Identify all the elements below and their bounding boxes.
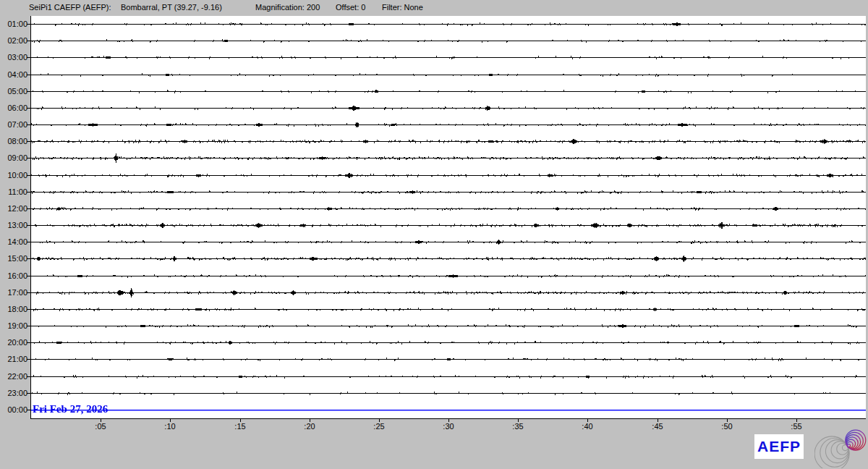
minute-label-10: :10 <box>156 423 184 431</box>
hour-label-1100: 11:00 <box>1 188 27 196</box>
magnification-label: Magnification: 200 <box>255 3 320 12</box>
hour-label-1200: 12:00 <box>1 205 27 213</box>
minute-label-25: :25 <box>365 423 393 431</box>
hour-label-1700: 17:00 <box>1 289 27 297</box>
hour-tick <box>27 124 31 125</box>
hour-tick <box>27 158 31 159</box>
hour-label-1500: 15:00 <box>1 255 27 263</box>
hour-label-2300: 23:00 <box>1 389 27 397</box>
hour-label-0000: 00:00 <box>1 406 27 414</box>
location-label: Bombarral, PT (39.27, -9.16) <box>121 3 222 12</box>
minute-label-40: :40 <box>573 423 602 431</box>
minute-label-45: :45 <box>643 423 672 431</box>
hour-label-2200: 22:00 <box>1 373 27 381</box>
hour-tick <box>27 24 31 25</box>
titlebar: SeiPi1 CAEFP (AEFP): Bombarral, PT (39.2… <box>0 0 868 15</box>
hour-label-2100: 21:00 <box>1 355 27 363</box>
hour-tick <box>27 292 31 293</box>
date-label: Fri Feb 27, 2026 <box>33 403 108 415</box>
filter-label: Filter: None <box>382 3 423 12</box>
hour-label-0100: 01:00 <box>1 20 27 28</box>
hour-tick <box>27 342 31 343</box>
hour-tick <box>27 225 31 226</box>
hour-tick <box>27 192 31 193</box>
hour-label-0300: 03:00 <box>1 54 27 62</box>
minute-label-5: :05 <box>86 423 115 431</box>
aefp-logo-text: AEFP <box>757 438 801 455</box>
hour-label-1800: 18:00 <box>1 305 27 313</box>
hour-label-0500: 05:00 <box>1 88 27 96</box>
hour-tick <box>27 393 31 394</box>
trace-canvas[interactable] <box>31 16 866 419</box>
offset-label: Offset: 0 <box>336 3 365 12</box>
hour-label-1300: 13:00 <box>1 221 27 229</box>
hour-tick <box>27 309 31 310</box>
helicorder-plot: 01:0002:0003:0004:0005:0006:0007:0008:00… <box>30 16 866 419</box>
hour-tick <box>27 41 31 41</box>
hour-tick <box>27 410 31 410</box>
minute-label-50: :50 <box>712 423 741 431</box>
hour-tick <box>27 359 31 360</box>
hour-tick <box>27 242 31 242</box>
hour-label-0700: 07:00 <box>1 121 27 129</box>
hour-tick <box>27 258 31 259</box>
minute-label-15: :15 <box>226 423 255 431</box>
hour-tick <box>27 175 31 176</box>
hour-label-0200: 02:00 <box>1 37 27 45</box>
minute-label-35: :35 <box>503 423 532 431</box>
hour-label-1400: 14:00 <box>1 238 27 246</box>
hour-tick <box>27 108 31 109</box>
hour-tick <box>27 376 31 377</box>
hour-label-0900: 09:00 <box>1 154 27 162</box>
hour-label-1600: 16:00 <box>1 272 27 280</box>
hour-tick <box>27 276 31 276</box>
hour-tick <box>27 208 31 209</box>
hour-tick <box>27 57 31 58</box>
helicorder-app: SeiPi1 CAEFP (AEFP): Bombarral, PT (39.2… <box>0 0 868 469</box>
aefp-logo: AEFP <box>754 434 804 459</box>
hour-label-1000: 10:00 <box>1 172 27 179</box>
hour-tick <box>27 326 31 326</box>
station-label: SeiPi1 CAEFP (AEFP): <box>29 3 111 12</box>
hour-tick <box>27 141 31 142</box>
hour-label-0400: 04:00 <box>1 71 27 79</box>
hour-label-1900: 19:00 <box>1 322 27 330</box>
minute-label-30: :30 <box>434 423 463 431</box>
minute-label-55: :55 <box>782 423 811 431</box>
hour-tick <box>27 91 31 92</box>
hour-tick <box>27 75 31 75</box>
minute-label-20: :20 <box>295 423 324 431</box>
hour-label-2000: 20:00 <box>1 339 27 347</box>
hour-label-0600: 06:00 <box>1 104 27 112</box>
hour-label-0800: 08:00 <box>1 138 27 145</box>
seismic-ripple-icon <box>814 428 867 468</box>
